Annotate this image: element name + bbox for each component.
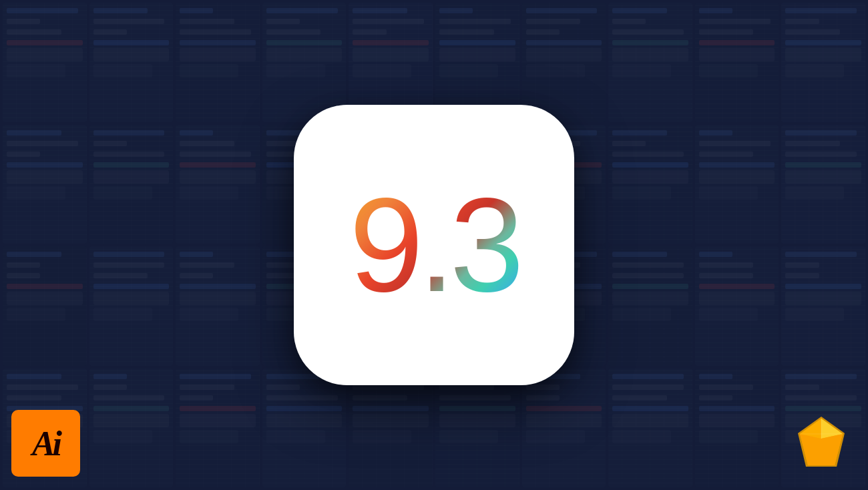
version-number: 9.3 bbox=[349, 178, 519, 312]
sketch-icon bbox=[788, 410, 855, 477]
ai-label: Ai bbox=[32, 424, 59, 463]
sketch-logo-svg bbox=[791, 413, 851, 473]
adobe-illustrator-icon: Ai bbox=[11, 410, 80, 477]
ios-version-card: 9.3 bbox=[294, 105, 574, 385]
